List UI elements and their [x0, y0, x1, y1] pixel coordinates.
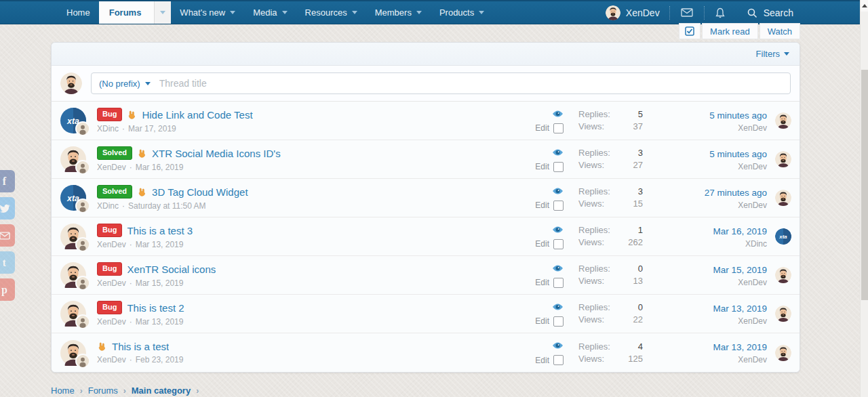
starter-avatar[interactable]: xta: [60, 146, 86, 172]
thread-title-link[interactable]: 3D Tag Cloud Widget: [152, 186, 248, 198]
scrollbar-thumb[interactable]: [861, 70, 868, 300]
thread-title-link[interactable]: This is a test: [112, 341, 169, 352]
last-poster-avatar[interactable]: xta: [775, 112, 791, 129]
inbox-button[interactable]: [670, 8, 704, 17]
thread-start-date: Mar 13, 2019: [136, 240, 184, 249]
watching-eye-icon: [552, 224, 564, 236]
nav-item-products[interactable]: Products: [431, 1, 493, 24]
select-all-button[interactable]: [679, 23, 701, 39]
thread-author-link[interactable]: XenDev: [97, 317, 126, 327]
account-menu[interactable]: XenDev: [596, 5, 669, 20]
last-post-time-link[interactable]: Mar 16, 2019: [713, 226, 767, 236]
starter-avatar[interactable]: xta: [60, 224, 86, 249]
search-icon: [747, 7, 757, 18]
edit-checkbox[interactable]: [553, 162, 564, 172]
edit-checkbox[interactable]: [553, 123, 564, 133]
last-post-author[interactable]: XenDev: [667, 355, 767, 364]
breadcrumb-home[interactable]: Home: [51, 385, 75, 396]
thread-row: xta Bug This is a test 3 X: [52, 217, 800, 256]
last-post-time-link[interactable]: Mar 13, 2019: [713, 304, 767, 314]
thread-title-link[interactable]: Hide Link and Code Test: [142, 109, 252, 121]
starter-avatar[interactable]: xta: [60, 262, 86, 288]
composer-box: (No prefix): [91, 72, 791, 94]
replies-label: Replies:: [578, 147, 610, 159]
last-post-time-link[interactable]: 5 minutes ago: [709, 149, 767, 159]
prefix-badge[interactable]: Bug: [97, 301, 122, 314]
nav-item-members[interactable]: Members: [366, 1, 431, 24]
starter-avatar[interactable]: xta: [60, 340, 86, 366]
last-post-author[interactable]: XenDev: [667, 201, 767, 210]
thread-author-link[interactable]: XDinc: [97, 124, 119, 133]
thread-author-link[interactable]: XenDev: [97, 278, 126, 288]
facebook-share-button[interactable]: f: [0, 170, 15, 192]
last-post-time-link[interactable]: 5 minutes ago: [709, 110, 767, 121]
pinterest-share-button[interactable]: p: [0, 278, 15, 301]
last-post-author[interactable]: XenDev: [667, 278, 767, 287]
prefix-badge[interactable]: Bug: [97, 262, 122, 276]
alerts-button[interactable]: [705, 7, 736, 18]
last-post-author[interactable]: XenDev: [667, 123, 767, 133]
thread-author-link[interactable]: XDinc: [97, 201, 119, 211]
last-post-author[interactable]: XenDev: [667, 162, 767, 171]
last-poster-avatar[interactable]: xta: [775, 151, 791, 167]
thread-title-link[interactable]: This is a test 3: [127, 225, 193, 236]
breadcrumb-separator: ›: [80, 386, 83, 396]
nav-item-home[interactable]: Home: [58, 1, 99, 24]
nav-item-resources[interactable]: Resources: [296, 1, 366, 24]
thread-title-link[interactable]: XenTR Social icons: [127, 264, 216, 275]
nav-item-media[interactable]: Media: [244, 1, 296, 24]
edit-checkbox[interactable]: [553, 201, 564, 211]
metal-hand-emoji: [137, 148, 147, 159]
nav-item-forums[interactable]: Forums: [99, 1, 172, 24]
last-poster-avatar[interactable]: xta: [775, 306, 791, 322]
tumblr-share-button[interactable]: t: [0, 251, 15, 274]
last-poster-avatar[interactable]: xta: [775, 267, 791, 283]
prefix-badge[interactable]: Solved: [97, 185, 132, 198]
views-count: 15: [633, 198, 643, 210]
starter-avatar[interactable]: xta: [60, 108, 86, 133]
thread-author-link[interactable]: XenDev: [97, 240, 126, 249]
breadcrumb-main-category[interactable]: Main category: [132, 385, 191, 396]
thread-title-link[interactable]: This is test 2: [127, 302, 184, 314]
thread-start-date: Mar 15, 2019: [136, 278, 184, 288]
watch-button[interactable]: Watch: [760, 23, 800, 39]
thread-start-date: Mar 16, 2019: [136, 163, 184, 172]
thread-author-link[interactable]: XenDev: [97, 163, 126, 172]
last-post-author[interactable]: XenDev: [667, 316, 767, 326]
search-button[interactable]: Search: [736, 7, 804, 18]
facebook-icon: f: [3, 175, 6, 188]
edit-checkbox[interactable]: [553, 239, 564, 249]
starter-avatar[interactable]: xta: [60, 185, 86, 211]
views-count: 13: [633, 275, 643, 287]
edit-checkbox[interactable]: [553, 316, 564, 327]
last-post-time-link[interactable]: 27 minutes ago: [705, 188, 767, 198]
edit-checkbox[interactable]: [553, 278, 564, 288]
last-poster-avatar[interactable]: xta: [775, 345, 791, 361]
prefix-select[interactable]: (No prefix): [99, 79, 151, 89]
last-poster-avatar[interactable]: xta: [775, 190, 791, 206]
last-poster-avatar[interactable]: xta: [775, 228, 791, 245]
starter-avatar[interactable]: xta: [60, 301, 86, 327]
twitter-share-button[interactable]: [0, 197, 15, 220]
prefix-badge[interactable]: Bug: [97, 108, 122, 121]
nav-item-whats-new[interactable]: What's new: [171, 1, 244, 24]
last-post-time-link[interactable]: Mar 13, 2019: [713, 342, 767, 352]
prefix-badge[interactable]: Bug: [97, 224, 122, 237]
mark-read-button[interactable]: Mark read: [702, 23, 758, 39]
breadcrumb-forums[interactable]: Forums: [88, 385, 118, 396]
thread-title-input[interactable]: [158, 77, 783, 89]
scroll-up-button[interactable]: [861, 0, 868, 12]
last-post-time-link[interactable]: Mar 15, 2019: [713, 265, 767, 275]
thread-title-link[interactable]: XTR Social Media Icons ID's: [152, 148, 281, 159]
filters-button[interactable]: Filters: [756, 49, 789, 59]
views-label: Views:: [578, 314, 604, 326]
prefix-badge[interactable]: Solved: [97, 146, 132, 160]
vertical-scrollbar[interactable]: [860, 0, 868, 397]
views-count: 37: [633, 121, 643, 133]
email-share-button[interactable]: [0, 224, 15, 247]
chevron-down-icon[interactable]: [154, 1, 171, 24]
last-post-author[interactable]: XDinc: [667, 239, 767, 249]
edit-label: Edit: [535, 162, 549, 171]
thread-author-link[interactable]: XenDev: [97, 355, 126, 364]
edit-checkbox[interactable]: [553, 355, 564, 365]
